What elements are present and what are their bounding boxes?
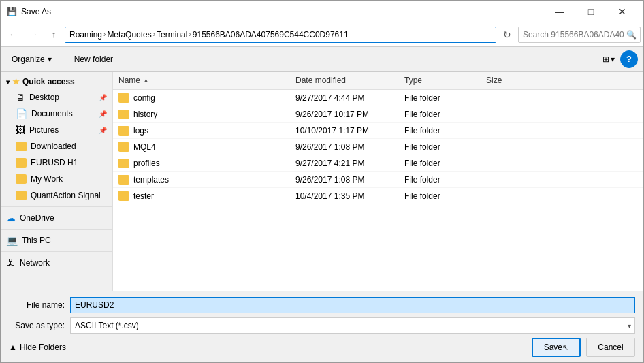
breadcrumb-part-4: 915566BA06ADA407569C544CC0D97611 bbox=[193, 30, 349, 40]
desktop-folder-icon: 🖥 bbox=[16, 92, 25, 103]
file-list: Name ▲ Date modified Type Size config bbox=[113, 72, 643, 291]
sidebar-item-pictures[interactable]: 🖼 Pictures 📌 bbox=[1, 122, 112, 138]
hide-folders-button[interactable]: ▲ Hide Folders bbox=[9, 343, 66, 352]
col-header-date[interactable]: Date modified bbox=[290, 74, 399, 86]
up-button[interactable]: ↑ bbox=[44, 25, 63, 44]
save-as-dialog: 💾 Save As — □ ✕ ← → ↑ Roaming › MetaQuot… bbox=[0, 0, 644, 363]
save-button[interactable]: Save ↖ bbox=[532, 338, 581, 357]
sidebar-item-documents[interactable]: 📄 Documents 📌 bbox=[1, 106, 112, 122]
sidebar-label-network: Network bbox=[20, 258, 50, 268]
folder-icon bbox=[118, 191, 129, 201]
help-button[interactable]: ? bbox=[620, 50, 638, 68]
sidebar-label-eurusd: EURUSD H1 bbox=[31, 158, 78, 168]
filename-row: File name: bbox=[9, 297, 635, 313]
sidebar-label-desktop: Desktop bbox=[29, 93, 59, 102]
table-row[interactable]: history 9/26/2017 10:17 PM File folder bbox=[113, 106, 643, 123]
cancel-button[interactable]: Cancel bbox=[586, 338, 635, 357]
table-row[interactable]: logs 10/10/2017 1:17 PM File folder bbox=[113, 123, 643, 139]
file-name: history bbox=[113, 108, 290, 121]
close-button[interactable]: ✕ bbox=[607, 1, 638, 22]
file-date: 9/26/2017 10:17 PM bbox=[290, 108, 399, 121]
breadcrumb-part-2: MetaQuotes bbox=[107, 30, 151, 40]
sidebar-item-thispc[interactable]: 💻 This PC bbox=[1, 232, 112, 249]
sidebar-item-network[interactable]: 🖧 Network bbox=[1, 255, 112, 271]
col-size-label: Size bbox=[486, 76, 502, 85]
folder-icon bbox=[118, 110, 129, 119]
file-name: MQL4 bbox=[113, 141, 290, 153]
save-cursor-icon: ↖ bbox=[562, 343, 568, 352]
search-icon: 🔍 bbox=[626, 30, 637, 40]
file-name-text: profiles bbox=[133, 159, 160, 168]
file-size bbox=[481, 162, 535, 165]
file-list-header: Name ▲ Date modified Type Size bbox=[113, 72, 643, 90]
col-header-name[interactable]: Name ▲ bbox=[113, 74, 290, 86]
sidebar-label-pictures: Pictures bbox=[29, 125, 59, 135]
col-date-label: Date modified bbox=[295, 76, 346, 85]
breadcrumb[interactable]: Roaming › MetaQuotes › Terminal › 915566… bbox=[65, 27, 496, 43]
toolbar-separator bbox=[63, 52, 63, 66]
quick-access-chevron: ▾ bbox=[6, 78, 10, 86]
view-icon: ⊞ bbox=[602, 54, 609, 64]
table-row[interactable]: tester 10/4/2017 1:35 PM File folder bbox=[113, 188, 643, 204]
sidebar-item-mywork[interactable]: My Work bbox=[1, 171, 112, 187]
toolbar: Organize ▾ New folder ⊞ ▾ ? bbox=[1, 47, 643, 72]
new-folder-button[interactable]: New folder bbox=[69, 50, 118, 68]
file-name-text: MQL4 bbox=[133, 142, 156, 152]
file-size bbox=[481, 97, 535, 99]
sidebar-label-mywork: My Work bbox=[31, 174, 63, 184]
sidebar-divider-3 bbox=[1, 251, 112, 252]
file-date: 9/27/2017 4:21 PM bbox=[290, 157, 399, 170]
sidebar-item-onedrive[interactable]: ☁ OneDrive bbox=[1, 210, 112, 226]
filename-input[interactable] bbox=[70, 297, 635, 313]
window-icon: 💾 bbox=[6, 6, 17, 17]
folder-icon bbox=[118, 175, 129, 185]
organize-label: Organize bbox=[12, 54, 45, 64]
thispc-icon: 💻 bbox=[6, 235, 18, 246]
file-name-text: tester bbox=[133, 191, 154, 201]
pin-icon-desktop: 📌 bbox=[99, 94, 107, 101]
savetype-select[interactable]: ASCII Text (*.csv)CSV (Comma delimited) … bbox=[70, 317, 635, 334]
maximize-button[interactable]: □ bbox=[575, 1, 607, 22]
file-size bbox=[481, 113, 535, 116]
view-button[interactable]: ⊞ ▾ bbox=[600, 50, 617, 68]
search-input[interactable] bbox=[518, 27, 641, 43]
refresh-button[interactable]: ↻ bbox=[498, 25, 517, 44]
file-date: 10/4/2017 1:35 PM bbox=[290, 190, 399, 202]
cancel-label: Cancel bbox=[598, 343, 623, 352]
file-type: File folder bbox=[399, 125, 481, 137]
back-button[interactable]: ← bbox=[3, 25, 22, 44]
col-header-type[interactable]: Type bbox=[399, 74, 481, 86]
sidebar-section-quick-access[interactable]: ▾ ★ Quick access bbox=[1, 74, 112, 89]
quantaction-folder-icon bbox=[16, 191, 27, 200]
file-name: config bbox=[113, 92, 290, 104]
pictures-folder-icon: 🖼 bbox=[16, 125, 25, 136]
table-row[interactable]: profiles 9/27/2017 4:21 PM File folder bbox=[113, 155, 643, 172]
col-header-size[interactable]: Size bbox=[481, 74, 535, 86]
col-type-label: Type bbox=[404, 76, 422, 85]
forward-button[interactable]: → bbox=[24, 25, 43, 44]
file-name-text: history bbox=[133, 110, 157, 119]
sidebar-item-desktop[interactable]: 🖥 Desktop 📌 bbox=[1, 89, 112, 106]
file-size bbox=[481, 195, 535, 198]
sidebar-item-eurusd[interactable]: EURUSD H1 bbox=[1, 155, 112, 171]
file-name: templates bbox=[113, 174, 290, 186]
file-type: File folder bbox=[399, 157, 481, 170]
address-bar: ← → ↑ Roaming › MetaQuotes › Terminal › … bbox=[1, 22, 643, 47]
table-row[interactable]: config 9/27/2017 4:44 PM File folder bbox=[113, 90, 643, 106]
organize-arrow: ▾ bbox=[48, 54, 52, 64]
organize-button[interactable]: Organize ▾ bbox=[6, 50, 57, 68]
savetype-label: Save as type: bbox=[9, 321, 70, 330]
table-row[interactable]: templates 9/26/2017 1:08 PM File folder bbox=[113, 172, 643, 188]
search-wrapper: 🔍 bbox=[518, 27, 641, 43]
sidebar-label-documents: Documents bbox=[31, 109, 73, 119]
sidebar-item-quantaction[interactable]: QuantAction Signal bbox=[1, 187, 112, 204]
sidebar-divider-2 bbox=[1, 229, 112, 230]
sidebar-item-downloaded[interactable]: Downloaded bbox=[1, 138, 112, 155]
file-name: tester bbox=[113, 190, 290, 202]
table-row[interactable]: MQL4 9/26/2017 1:08 PM File folder bbox=[113, 139, 643, 155]
file-name: logs bbox=[113, 125, 290, 137]
file-name-text: logs bbox=[133, 126, 148, 136]
minimize-button[interactable]: — bbox=[544, 1, 575, 22]
title-bar: 💾 Save As — □ ✕ bbox=[1, 1, 643, 22]
folder-icon bbox=[118, 126, 129, 136]
